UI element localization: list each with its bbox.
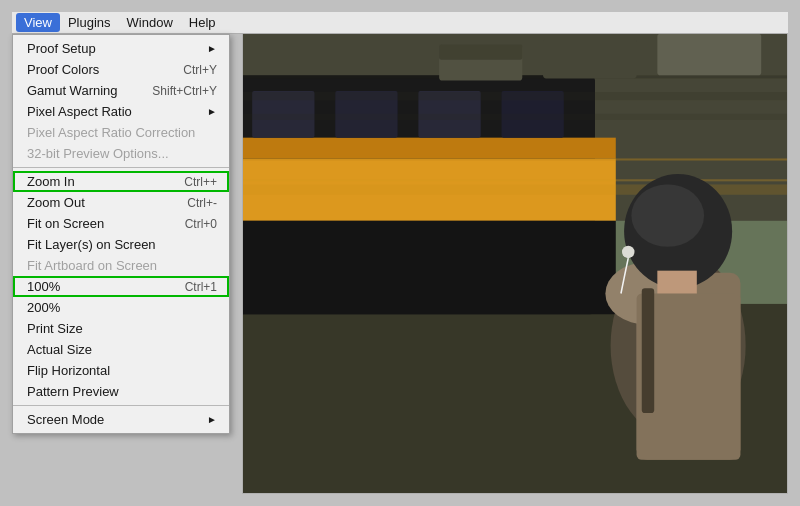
menu-item-32bit-preview: 32-bit Preview Options...: [13, 143, 229, 164]
menu-item-label: Proof Colors: [27, 62, 99, 77]
menu-item-label: Fit Layer(s) on Screen: [27, 237, 156, 252]
menu-item-label: Fit on Screen: [27, 216, 104, 231]
menu-item-shortcut: Ctrl+1: [185, 280, 217, 294]
menu-bar-plugins[interactable]: Plugins: [60, 13, 119, 32]
submenu-arrow: ►: [207, 414, 217, 425]
main-container: View Plugins Window Help Proof Setup ► P…: [0, 0, 800, 506]
menu-item-label: Flip Horizontal: [27, 363, 110, 378]
svg-rect-30: [243, 13, 787, 493]
menu-item-label: Gamut Warning: [27, 83, 118, 98]
menu-item-flip-horizontal[interactable]: Flip Horizontal: [13, 360, 229, 381]
menu-item-label: Pixel Aspect Ratio Correction: [27, 125, 195, 140]
menu-item-label: Proof Setup: [27, 41, 96, 56]
menu-item-label: 32-bit Preview Options...: [27, 146, 169, 161]
menu-item-actual-size[interactable]: Actual Size: [13, 339, 229, 360]
menu-item-pixel-aspect-ratio-correction: Pixel Aspect Ratio Correction: [13, 122, 229, 143]
menu-item-proof-colors[interactable]: Proof Colors Ctrl+Y: [13, 59, 229, 80]
image-area: [242, 12, 788, 494]
menu-item-label: 100%: [27, 279, 60, 294]
menu-item-label: Actual Size: [27, 342, 92, 357]
menu-item-fit-on-screen[interactable]: Fit on Screen Ctrl+0: [13, 213, 229, 234]
menu-item-label: Fit Artboard on Screen: [27, 258, 157, 273]
menu-separator-1: [13, 167, 229, 168]
menu-item-pattern-preview[interactable]: Pattern Preview: [13, 381, 229, 402]
menu-separator-2: [13, 405, 229, 406]
menu-item-shortcut: Ctrl+0: [185, 217, 217, 231]
menu-item-200percent[interactable]: 200%: [13, 297, 229, 318]
menu-item-shortcut: Ctrl+Y: [183, 63, 217, 77]
menu-item-pixel-aspect-ratio[interactable]: Pixel Aspect Ratio ►: [13, 101, 229, 122]
menu-bar: View Plugins Window Help: [12, 12, 788, 34]
menu-bar-view[interactable]: View: [16, 13, 60, 32]
submenu-arrow: ►: [207, 106, 217, 117]
menu-item-100percent[interactable]: 100% Ctrl+1: [13, 276, 229, 297]
menu-item-gamut-warning[interactable]: Gamut Warning Shift+Ctrl+Y: [13, 80, 229, 101]
menu-item-label: Pattern Preview: [27, 384, 119, 399]
menu-bar-window[interactable]: Window: [119, 13, 181, 32]
menu-item-label: Zoom In: [27, 174, 75, 189]
view-dropdown-menu: Proof Setup ► Proof Colors Ctrl+Y Gamut …: [12, 34, 230, 434]
menu-item-label: Pixel Aspect Ratio: [27, 104, 132, 119]
menu-item-fit-layers-on-screen[interactable]: Fit Layer(s) on Screen: [13, 234, 229, 255]
menu-item-label: 200%: [27, 300, 60, 315]
menu-item-label: Screen Mode: [27, 412, 104, 427]
menu-item-print-size[interactable]: Print Size: [13, 318, 229, 339]
menu-item-zoom-out[interactable]: Zoom Out Ctrl+-: [13, 192, 229, 213]
menu-item-screen-mode[interactable]: Screen Mode ►: [13, 409, 229, 430]
menu-item-proof-setup[interactable]: Proof Setup ►: [13, 38, 229, 59]
menu-item-label: Zoom Out: [27, 195, 85, 210]
submenu-arrow: ►: [207, 43, 217, 54]
menu-bar-help[interactable]: Help: [181, 13, 224, 32]
menu-item-zoom-in[interactable]: Zoom In Ctrl++: [13, 171, 229, 192]
menu-item-label: Print Size: [27, 321, 83, 336]
menu-item-shortcut: Ctrl+-: [187, 196, 217, 210]
menu-item-shortcut: Ctrl++: [184, 175, 217, 189]
menu-item-fit-artboard-on-screen: Fit Artboard on Screen: [13, 255, 229, 276]
street-scene-image: [243, 13, 787, 493]
menu-item-shortcut: Shift+Ctrl+Y: [152, 84, 217, 98]
